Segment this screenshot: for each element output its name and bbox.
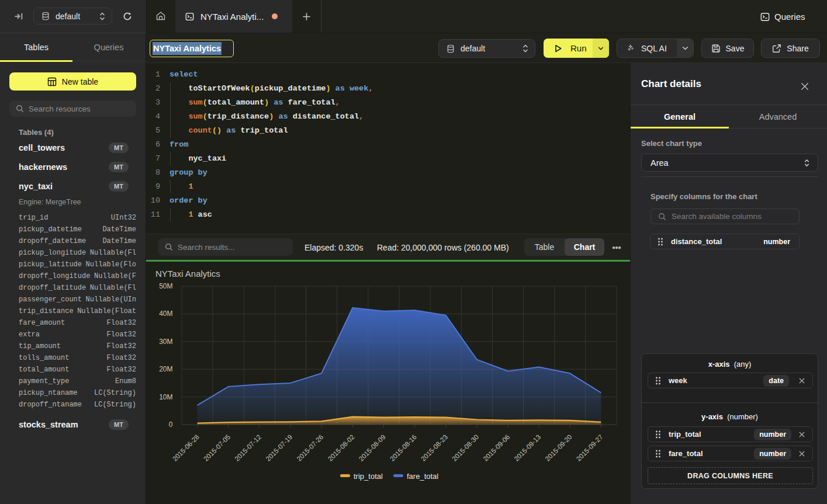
svg-text:2015-07-05: 2015-07-05 [202,433,231,463]
svg-text:50M: 50M [159,282,172,290]
svg-text:2015-08-23: 2015-08-23 [420,433,449,463]
svg-text:2015-06-28: 2015-06-28 [171,433,200,463]
svg-text:2015-07-12: 2015-07-12 [233,433,262,463]
svg-text:NYTaxi Analytics: NYTaxi Analytics [155,269,220,279]
svg-text:2015-07-19: 2015-07-19 [264,433,293,463]
svg-text:2015-09-06: 2015-09-06 [482,433,511,463]
svg-text:2015-09-27: 2015-09-27 [575,433,604,463]
svg-text:2015-08-09: 2015-08-09 [358,433,387,463]
svg-text:20M: 20M [159,365,172,373]
svg-text:2015-09-20: 2015-09-20 [544,433,573,463]
svg-text:0: 0 [169,420,173,429]
svg-text:fare_total: fare_total [407,472,438,481]
svg-text:2015-08-30: 2015-08-30 [451,433,480,463]
svg-text:2015-08-02: 2015-08-02 [327,433,356,463]
svg-text:trip_total: trip_total [354,472,383,481]
svg-text:2015-09-13: 2015-09-13 [513,433,542,463]
svg-text:2015-08-16: 2015-08-16 [389,433,418,463]
svg-text:30M: 30M [159,338,172,346]
svg-text:2015-07-26: 2015-07-26 [295,433,324,463]
svg-text:10M: 10M [159,393,172,401]
svg-text:40M: 40M [159,310,172,318]
